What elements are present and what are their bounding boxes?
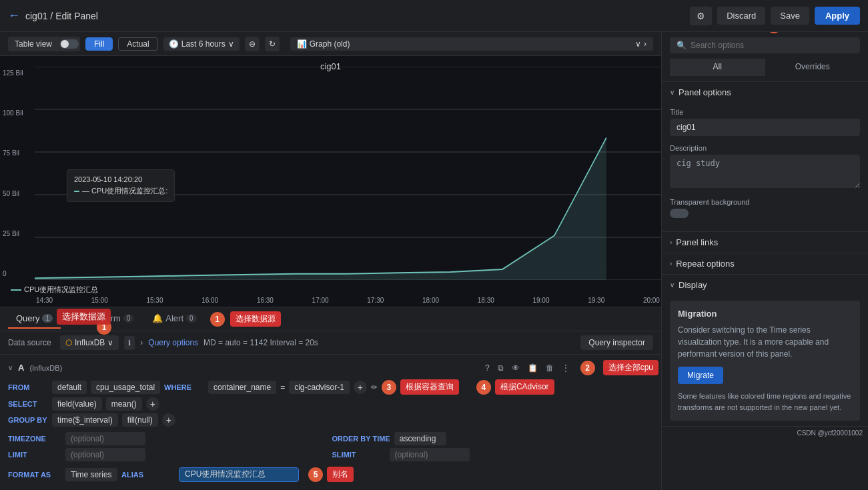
annotation-label-3: 根据容器查询 [400,379,459,395]
back-button[interactable]: ← [8,9,20,23]
group-by-label: GROUP BY [8,416,48,424]
x-label: 14:30 [36,297,53,304]
panel-options-header[interactable]: ∨ Panel options [662,82,868,103]
panel-links-header[interactable]: › Panel links [662,232,868,253]
datasource-info-button[interactable]: ℹ [124,336,135,350]
query-more-button[interactable]: ⋮ [559,362,572,374]
query-copy-button[interactable]: 📋 [525,362,540,374]
select-field-value[interactable]: field(value) [52,397,102,411]
panel-links-title: Panel links [676,237,718,247]
where-add-button[interactable]: + [354,381,367,394]
panel-links-section: › Panel links [662,232,868,253]
order-by-row: ORDER BY TIME ascending descending [332,432,654,445]
display-section: ∨ Display Migration Consider switching t… [662,275,868,427]
format-label: FORMAT AS [8,471,61,479]
select-row: SELECT field(value) mean() + [8,397,653,411]
chart-legend: CPU使用情况监控汇总 [11,285,98,295]
chart-area: cig01 125 Bil 100 Bil 75 Bil 50 Bil 25 B… [0,56,661,307]
annotation-label-2: 选择全部cpu [603,360,659,375]
desc-field-group: Description cig study [670,144,860,190]
query-options-link[interactable]: Query options [148,338,198,347]
datasource-selector[interactable]: ⬡ InfluxDB ∨ [60,335,119,350]
repeat-options-header[interactable]: › Repeat options [662,253,868,274]
save-button[interactable]: Save [771,7,809,25]
query-delete-button[interactable]: 🗑 [543,362,556,374]
tab-alert-label: Alert [165,313,183,323]
alias-input[interactable] [179,467,299,482]
group-fill-value[interactable]: fill(null) [122,413,158,427]
x-label: 17:00 [312,297,329,304]
desc-textarea[interactable]: cig study [670,155,860,188]
x-label: 16:30 [257,297,274,304]
timezone-label: TIMEZONE [8,435,61,443]
transparent-field-group: Transparent background [670,198,860,218]
panel-type-selector[interactable]: 📊 Graph (old) ∨ › [290,37,653,51]
chevron-down-icon: ∨ [107,338,113,347]
refresh-button[interactable]: ↻ [265,37,280,51]
collapse-button[interactable]: ∨ [8,364,13,371]
apply-button[interactable]: Apply [815,7,860,25]
tab-query-label: Query [16,313,39,323]
transparent-toggle[interactable] [670,209,689,218]
migrate-button[interactable]: Migrate [678,367,723,384]
rpanel-tab-overrides[interactable]: Overrides [765,59,861,76]
time-range-picker[interactable]: 🕐 Last 6 hours ∨ [163,37,240,51]
display-header[interactable]: ∨ Display [662,275,868,295]
query-inspector-button[interactable]: Query inspector [580,335,653,350]
x-label: 15:30 [146,297,163,304]
fill-button[interactable]: Fill [85,37,113,51]
title-field-group: Title [670,108,860,136]
rpanel-tab-all[interactable]: All [670,59,765,76]
slimit-input[interactable] [390,448,470,461]
timezone-input[interactable] [65,432,145,445]
where-field-value[interactable]: container_name [208,381,276,394]
order-by-select[interactable]: ascending descending [394,432,446,445]
tab-transform-label: Transform [81,313,121,323]
tab-transform[interactable]: ⇌ Transform 0 [63,309,141,329]
from-table-value[interactable]: cpu_usage_total [91,381,160,394]
format-select[interactable]: Time series Table [65,468,117,481]
zoom-out-button[interactable]: ⊖ [245,37,260,51]
format-alias-row: FORMAT AS Time series Table ALIAS 5 别名 [8,467,653,482]
table-view-switch[interactable] [60,39,79,49]
panel-options-title: Panel options [679,87,731,97]
x-label: 18:30 [478,297,494,304]
from-label: FROM [8,383,48,391]
query-toggle-button[interactable]: 👁 [509,362,522,374]
title-label: Title [670,108,860,116]
title-input[interactable] [670,119,860,136]
y-label: 75 Bil [3,149,32,157]
discard-button[interactable]: Discard [717,7,765,25]
group-time-value[interactable]: time($_interval) [52,413,118,427]
center-panel: Table view Fill Actual 🕐 Last 6 hours ∨ … [0,32,661,490]
from-db-value[interactable]: default [52,381,87,394]
limit-row: LIMIT [8,448,330,461]
timezone-row: TIMEZONE [8,432,330,445]
slimit-row: SLIMIT [332,448,654,461]
select-add-button[interactable]: + [146,397,159,411]
settings-button[interactable]: ⚙ [690,7,712,25]
y-label: 125 Bil [3,69,32,77]
search-icon: 🔍 [677,41,687,50]
where-edit-button[interactable]: ✏ [371,383,378,392]
actual-button[interactable]: Actual [118,37,157,51]
clock-icon: 🕐 [169,39,179,49]
alias-label: ALIAS [121,471,175,479]
where-val-value[interactable]: cig-cadvisor-1 [289,381,350,394]
svg-marker-6 [35,138,606,280]
tab-query[interactable]: Query 1 [8,309,61,329]
annotation-label-5: 别名 [327,467,354,482]
tab-query-badge: 1 [42,314,53,323]
limit-input[interactable] [65,448,145,461]
tab-alert[interactable]: 🔔 Alert 0 [144,309,204,329]
repeat-options-section: › Repeat options [662,253,868,275]
tab-transform-badge: 0 [123,314,134,323]
group-add-button[interactable]: + [162,413,175,427]
search-options-input[interactable] [691,41,853,50]
annotation-circle-5: 5 [308,467,323,482]
tooltip-date: 2023-05-10 14:20:20 [74,175,167,183]
select-fn-value[interactable]: mean() [106,397,142,411]
query-help-button[interactable]: ? [482,362,492,374]
query-options-detail: MD = auto = 1142 Interval = 20s [203,338,318,347]
query-duplicate-button[interactable]: ⧉ [495,362,506,374]
